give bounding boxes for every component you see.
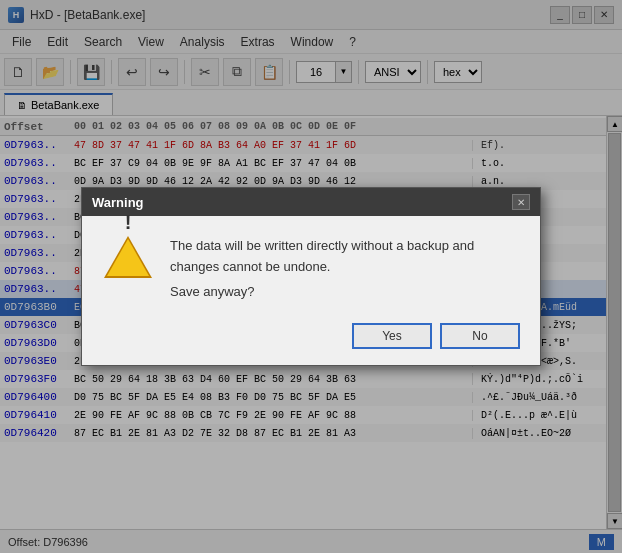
warning-dialog: Warning ✕ ! The data will be written dir… [81,187,541,365]
warning-icon: ! [102,236,154,288]
yes-button[interactable]: Yes [352,323,432,349]
dialog-body: ! The data will be written directly with… [82,216,540,364]
warning-triangle-inner [107,239,149,276]
dialog-message-line1: The data will be written directly withou… [170,236,474,257]
dialog-message-line3: Save anyway? [170,282,474,303]
dialog-message: The data will be written directly withou… [170,236,474,302]
exclamation-mark: ! [125,211,132,234]
dialog-overlay: Warning ✕ ! The data will be written dir… [0,0,622,553]
dialog-buttons: Yes No [102,323,520,349]
no-button[interactable]: No [440,323,520,349]
dialog-title: Warning [92,195,512,210]
dialog-message-line2: changes cannot be undone. [170,257,474,278]
dialog-close-button[interactable]: ✕ [512,194,530,210]
dialog-content: ! The data will be written directly with… [102,236,520,302]
dialog-title-bar: Warning ✕ [82,188,540,216]
